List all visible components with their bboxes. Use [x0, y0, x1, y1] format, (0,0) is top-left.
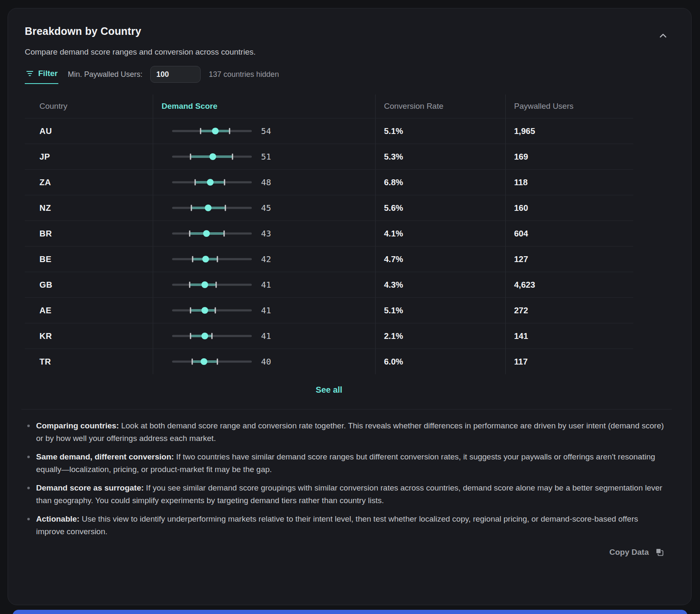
- country-code: ZA: [39, 178, 51, 187]
- collapse-button[interactable]: [657, 30, 669, 43]
- table-row: AU 54 5.1% 1,965: [25, 118, 633, 144]
- bullet-icon: [27, 425, 30, 427]
- min-paywalled-input[interactable]: [150, 66, 201, 83]
- column-header-paywalled-users[interactable]: Paywalled Users: [505, 94, 633, 118]
- table-row: ZA 48 6.8% 118: [25, 169, 633, 195]
- demand-score-value: 40: [261, 357, 271, 367]
- paywalled-users-value: 169: [514, 152, 528, 162]
- conversion-rate-value: 4.7%: [384, 255, 403, 264]
- next-card-peek-bar[interactable]: [13, 610, 687, 614]
- demand-score-value: 43: [261, 228, 271, 239]
- insight-notes: Comparing countries: Look at both demand…: [25, 420, 674, 538]
- notes-divider: [21, 409, 672, 409]
- conversion-rate-value: 5.1%: [384, 306, 403, 315]
- demand-range-slider: [172, 357, 252, 366]
- country-table: Country Demand Score Conversion Rate Pay…: [25, 94, 633, 374]
- paywalled-users-value: 160: [514, 203, 528, 213]
- slider-max-tick: [229, 128, 230, 134]
- copy-data-button[interactable]: Copy Data: [609, 547, 664, 557]
- paywalled-users-value: 141: [514, 331, 528, 341]
- conversion-rate-value: 2.1%: [384, 331, 403, 341]
- insight-note: Comparing countries: Look at both demand…: [25, 420, 666, 445]
- table-row: JP 51 5.3% 169: [25, 144, 633, 169]
- conversion-rate-value: 5.3%: [384, 152, 403, 162]
- note-lead: Same demand, different conversion:: [36, 452, 174, 461]
- demand-range-slider: [172, 127, 252, 135]
- table-row: GB 41 4.3% 4,623: [25, 272, 633, 297]
- demand-score-value: 41: [261, 331, 271, 341]
- card-subtitle: Compare demand score ranges and conversi…: [25, 47, 674, 57]
- slider-min-tick: [191, 205, 192, 211]
- table-row: BR 43 4.1% 604: [25, 220, 633, 246]
- conversion-rate-value: 5.1%: [384, 126, 403, 136]
- copy-icon: [655, 547, 664, 557]
- column-header-country[interactable]: Country: [25, 94, 153, 118]
- paywalled-users-value: 117: [514, 357, 528, 367]
- filter-tab[interactable]: Filter: [25, 69, 58, 84]
- slider-max-tick: [212, 333, 213, 339]
- table-header-row: Country Demand Score Conversion Rate Pay…: [25, 94, 633, 118]
- country-code: AU: [39, 126, 52, 136]
- column-header-conversion-rate[interactable]: Conversion Rate: [375, 94, 505, 118]
- paywalled-users-value: 118: [514, 178, 528, 187]
- table-row: AE 41 5.1% 272: [25, 297, 633, 323]
- demand-range-slider: [172, 332, 252, 340]
- country-code: GB: [39, 280, 52, 290]
- slider-score-dot: [201, 333, 208, 339]
- conversion-rate-value: 6.8%: [384, 178, 403, 187]
- bullet-icon: [27, 518, 30, 520]
- country-code: KR: [39, 331, 52, 341]
- note-text: Look at both demand score range and conv…: [36, 421, 664, 443]
- slider-max-tick: [224, 179, 225, 186]
- filter-icon: [26, 69, 34, 78]
- card-footer: Copy Data: [25, 547, 664, 557]
- slider-score-dot: [207, 179, 214, 186]
- demand-range-slider: [172, 204, 252, 212]
- country-code: BR: [39, 229, 52, 239]
- page-title: Breakdown by Country: [25, 25, 674, 37]
- insight-note: Actionable: Use this view to identify un…: [25, 513, 666, 538]
- demand-range-slider: [172, 281, 252, 289]
- note-lead: Demand score as surrogate:: [36, 483, 144, 492]
- slider-min-tick: [200, 128, 201, 134]
- conversion-rate-value: 4.3%: [384, 280, 403, 290]
- column-header-demand-score[interactable]: Demand Score: [153, 94, 375, 118]
- bullet-icon: [27, 487, 30, 489]
- slider-max-tick: [225, 205, 226, 211]
- slider-max-tick: [215, 282, 217, 288]
- paywalled-users-value: 127: [514, 255, 528, 264]
- slider-min-tick: [190, 154, 191, 160]
- slider-min-tick: [190, 333, 191, 339]
- insight-note: Demand score as surrogate: If you see si…: [25, 482, 666, 507]
- slider-score-dot: [201, 281, 208, 288]
- copy-data-label: Copy Data: [609, 548, 649, 557]
- slider-score-dot: [203, 230, 210, 237]
- country-code: TR: [39, 357, 51, 367]
- note-text: Use this view to identify underperformin…: [36, 514, 638, 536]
- conversion-rate-value: 4.1%: [384, 229, 403, 239]
- filter-row: Filter Min. Paywalled Users: 137 countri…: [25, 66, 674, 87]
- table-row: KR 41 2.1% 141: [25, 323, 633, 349]
- table-row: NZ 45 5.6% 160: [25, 195, 633, 220]
- slider-score-dot: [205, 205, 212, 211]
- table-row: TR 40 6.0% 117: [25, 349, 633, 374]
- see-all-link[interactable]: See all: [25, 385, 633, 395]
- slider-score-dot: [201, 307, 208, 314]
- slider-min-tick: [190, 307, 191, 314]
- slider-score-dot: [209, 153, 216, 160]
- insight-note: Same demand, different conversion: If tw…: [25, 451, 666, 476]
- bullet-icon: [27, 456, 30, 458]
- slider-max-tick: [217, 256, 218, 262]
- note-lead: Actionable:: [36, 514, 79, 523]
- filter-label: Filter: [38, 69, 57, 78]
- demand-range-slider: [172, 229, 252, 238]
- slider-max-tick: [223, 231, 225, 237]
- paywalled-users-value: 604: [514, 229, 528, 239]
- slider-min-tick: [189, 282, 190, 288]
- paywalled-users-value: 4,623: [514, 280, 535, 290]
- slider-min-tick: [191, 359, 193, 365]
- demand-score-value: 42: [261, 254, 271, 264]
- min-paywalled-label: Min. Paywalled Users:: [68, 70, 142, 83]
- country-code: BE: [39, 255, 52, 264]
- paywalled-users-value: 272: [514, 306, 528, 315]
